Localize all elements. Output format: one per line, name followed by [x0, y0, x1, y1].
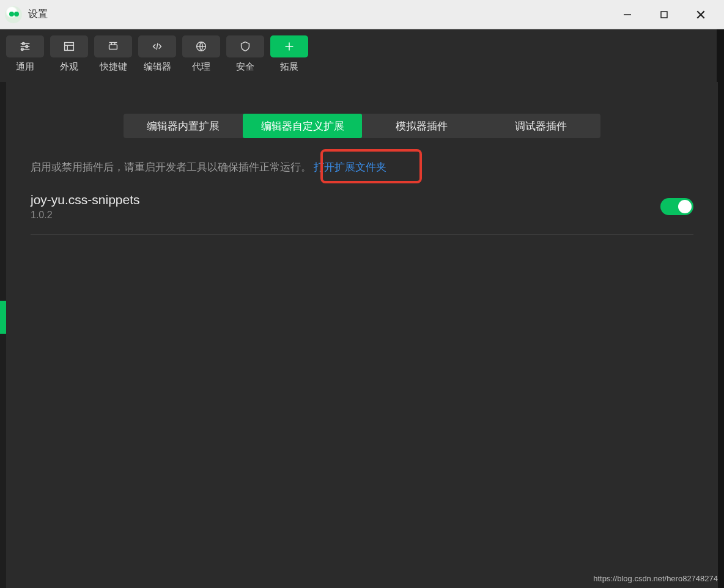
window-title: 设置 — [28, 8, 48, 21]
tab-extensions[interactable]: 拓展 — [270, 35, 308, 73]
extension-version: 1.0.2 — [31, 210, 140, 221]
minimize-icon — [623, 10, 632, 19]
tab-label: 拓展 — [280, 61, 298, 73]
plus-icon — [270, 35, 308, 57]
toggle-knob — [678, 200, 692, 213]
close-button[interactable] — [682, 0, 719, 29]
tab-appearance[interactable]: 外观 — [50, 35, 88, 73]
subtabs: 编辑器内置扩展 编辑器自定义扩展 模拟器插件 调试器插件 — [124, 114, 600, 138]
minimize-button[interactable] — [609, 0, 646, 29]
sliders-icon — [6, 35, 44, 57]
hint-row: 启用或禁用插件后，请重启开发者工具以确保插件正常运行。 打开扩展文件夹 — [31, 160, 693, 174]
svg-line-17 — [157, 43, 158, 50]
subtab-simulator[interactable]: 模拟器插件 — [362, 114, 481, 138]
subtab-custom[interactable]: 编辑器自定义扩展 — [243, 114, 362, 138]
open-extensions-folder-link[interactable]: 打开扩展文件夹 — [314, 160, 386, 174]
content-pane: 编辑器内置扩展 编辑器自定义扩展 模拟器插件 调试器插件 启用或禁用插件后，请重… — [6, 82, 718, 588]
maximize-icon — [660, 10, 668, 19]
close-icon — [696, 10, 706, 20]
tab-shortcuts[interactable]: 快捷键 — [94, 35, 132, 73]
tab-label: 代理 — [192, 61, 210, 73]
tab-editor[interactable]: 编辑器 — [138, 35, 176, 73]
titlebar: 设置 — [0, 0, 724, 29]
svg-rect-10 — [65, 43, 74, 51]
svg-rect-13 — [109, 45, 117, 49]
toolbar: 通用 外观 快捷键 编辑器 代理 安全 拓展 — [0, 29, 724, 82]
keyboard-icon — [94, 35, 132, 57]
tab-security[interactable]: 安全 — [226, 35, 264, 73]
tab-label: 编辑器 — [144, 61, 171, 73]
svg-rect-1 — [661, 12, 667, 18]
tab-label: 通用 — [16, 61, 34, 73]
extension-name: joy-yu.css-snippets — [31, 193, 140, 207]
tab-label: 快捷键 — [100, 61, 127, 73]
maximize-button[interactable] — [646, 0, 682, 29]
tab-label: 外观 — [60, 61, 78, 73]
extension-row: joy-yu.css-snippets 1.0.2 — [31, 193, 693, 235]
tab-proxy[interactable]: 代理 — [182, 35, 220, 73]
hint-text: 启用或禁用插件后，请重启开发者工具以确保插件正常运行。 — [31, 160, 311, 174]
tab-general[interactable]: 通用 — [6, 35, 44, 73]
app-icon — [5, 6, 22, 23]
globe-icon — [182, 35, 220, 57]
watermark-text: https://blog.csdn.net/hero82748274 — [593, 574, 718, 583]
layout-icon — [50, 35, 88, 57]
tab-label: 安全 — [236, 61, 254, 73]
shield-icon — [226, 35, 264, 57]
code-icon — [138, 35, 176, 57]
subtab-builtin[interactable]: 编辑器内置扩展 — [124, 114, 243, 138]
extension-toggle[interactable] — [660, 198, 693, 215]
subtab-debugger[interactable]: 调试器插件 — [481, 114, 600, 138]
